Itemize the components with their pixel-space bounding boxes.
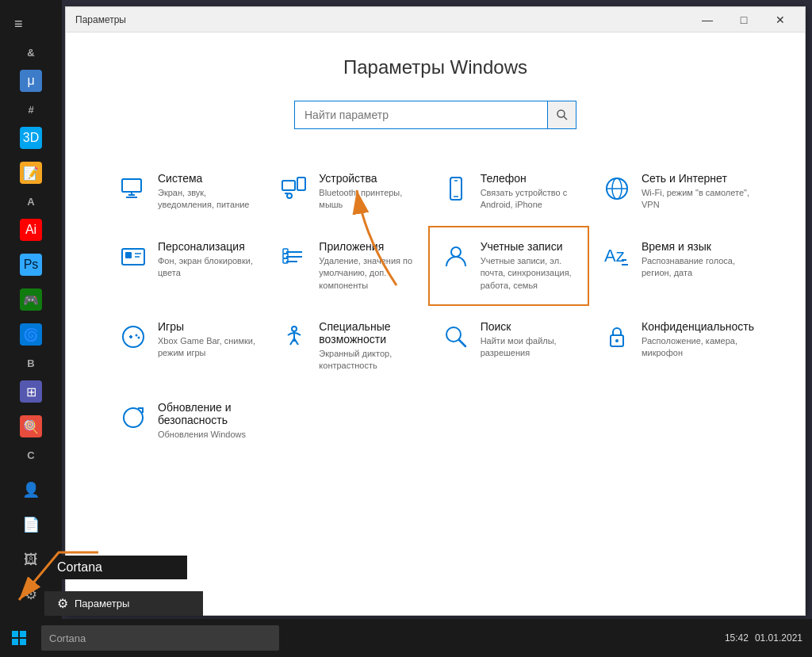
settings-item-network[interactable]: Сеть и Интернет Wi-Fi, режим "в самолете… — [589, 158, 765, 226]
search-settings-desc: Найти мои файлы, разрешения — [481, 335, 578, 360]
apps-desc: Удаление, значения по умолчанию, доп. ко… — [319, 255, 416, 292]
svg-line-1 — [564, 117, 567, 120]
search-settings-icon — [439, 320, 473, 353]
svg-rect-45 — [20, 631, 26, 637]
settings-title: Параметры Windows — [105, 56, 765, 78]
devices-desc: Bluetooth, принтеры, мышь — [319, 187, 416, 212]
svg-rect-46 — [12, 639, 18, 645]
update-icon — [117, 401, 150, 434]
network-text: Сеть и Интернет Wi-Fi, режим "в самолете… — [642, 172, 754, 212]
apps-title: Приложения — [319, 240, 416, 253]
privacy-title: Конфиденциальность — [642, 320, 754, 333]
sidebar-label-b: B — [0, 352, 62, 374]
sidebar-app-3d[interactable]: 3D — [0, 120, 62, 155]
network-title: Сеть и Интернет — [642, 172, 754, 185]
settings-item-privacy[interactable]: Конфиденциальность Расположение, камера,… — [589, 306, 765, 387]
settings-item-gaming[interactable]: Игры Xbox Game Bar, снимки, режим игры — [105, 306, 266, 387]
accounts-title: Учетные записи — [481, 240, 578, 253]
svg-line-40 — [459, 340, 465, 346]
accounts-desc: Учетные записи, эл. почта, синхронизация… — [481, 255, 578, 292]
search-icon — [556, 109, 569, 121]
maximize-button[interactable]: □ — [726, 7, 762, 32]
svg-point-34 — [138, 336, 140, 338]
sidebar-file-button[interactable]: 📄 — [0, 507, 62, 542]
sidebar-app-note[interactable]: 📝 — [0, 155, 62, 190]
svg-point-0 — [557, 110, 565, 117]
svg-rect-47 — [20, 639, 26, 645]
accounts-text: Учетные записи Учетные записи, эл. почта… — [481, 240, 578, 292]
window-title: Параметры — [72, 14, 689, 25]
sidebar-app-candy[interactable]: 🍭 — [0, 409, 62, 444]
accessibility-icon — [278, 320, 311, 353]
settings-content: Параметры Windows — [66, 32, 805, 615]
sidebar-app-ps[interactable]: Ps — [0, 247, 62, 282]
settings-item-accounts[interactable]: Учетные записи Учетные записи, эл. почта… — [428, 226, 589, 306]
taskbar-right: 15:42 01.01.2021 — [725, 632, 812, 644]
window-controls: — □ ✕ — [689, 7, 799, 32]
gaming-text: Игры Xbox Game Bar, снимки, режим игры — [158, 320, 255, 360]
settings-item-apps[interactable]: Приложения Удаление, значения по умолчан… — [266, 226, 427, 306]
phone-text: Телефон Связать устройство с Android, iP… — [481, 172, 578, 212]
svg-rect-7 — [297, 178, 305, 190]
svg-point-9 — [287, 193, 292, 198]
gaming-title: Игры — [158, 320, 255, 333]
taskbar-search[interactable]: Cortana — [41, 625, 279, 651]
settings-item-personalization[interactable]: Персонализация Фон, экран блокировки, цв… — [105, 226, 266, 306]
close-button[interactable]: ✕ — [762, 7, 799, 32]
settings-item-accessibility[interactable]: Специальные возможности Экранный диктор,… — [266, 306, 427, 387]
start-button[interactable] — [0, 619, 38, 657]
sidebar-app-game1[interactable]: 🎮 — [0, 282, 62, 317]
sidebar-menu-button[interactable]: ≡ — [0, 6, 62, 41]
gaming-desc: Xbox Game Bar, снимки, режим игры — [158, 335, 255, 360]
3d-icon: 3D — [20, 127, 42, 149]
sidebar-app-adobe[interactable]: Ai — [0, 212, 62, 247]
time-text: Время и язык Распознавание голоса, регио… — [642, 240, 754, 280]
network-icon — [600, 172, 634, 205]
cortana-label: Cortana — [57, 560, 102, 575]
sidebar-app-blue[interactable]: 🌀 — [0, 317, 62, 352]
settings-item-search[interactable]: Поиск Найти мои файлы, разрешения — [428, 306, 589, 387]
system-title: Система — [158, 172, 255, 185]
settings-item-devices[interactable]: Устройства Bluetooth, принтеры, мышь — [266, 158, 427, 226]
candy-icon: 🍭 — [20, 415, 42, 437]
apps-text: Приложения Удаление, значения по умолчан… — [319, 240, 416, 292]
privacy-icon — [600, 320, 634, 353]
settings-item-phone[interactable]: Телефон Связать устройство с Android, iP… — [428, 158, 589, 226]
utorrent-icon: μ — [20, 70, 42, 92]
settings-popup-label: Параметры — [75, 598, 129, 609]
grid-icon: ⊞ — [20, 380, 42, 403]
settings-item-system[interactable]: Система Экран, звук, уведомления, питани… — [105, 158, 266, 226]
accessibility-text: Специальные возможности Экранный диктор,… — [319, 320, 416, 372]
settings-item-time[interactable]: Az Время и язык Распознавание голоса, ре… — [589, 226, 765, 306]
sidebar-label-amp: & — [0, 41, 62, 63]
devices-icon — [278, 172, 311, 205]
time-desc: Распознавание голоса, регион, дата — [642, 255, 754, 280]
taskbar-date: 01.01.2021 — [755, 632, 802, 644]
svg-rect-44 — [12, 631, 18, 637]
update-title: Обновление и безопасность — [158, 401, 255, 426]
cortana-popup[interactable]: Cortana — [44, 556, 187, 579]
settings-window: Параметры — □ ✕ Параметры Windows — [65, 6, 806, 616]
note-icon: 📝 — [20, 162, 42, 184]
svg-point-26 — [451, 247, 461, 257]
adobe-icon: Ai — [20, 219, 42, 241]
settings-popup-item[interactable]: ⚙ Параметры — [44, 591, 203, 616]
devices-title: Устройства — [319, 172, 416, 185]
personalization-title: Персонализация — [158, 240, 255, 253]
system-text: Система Экран, звук, уведомления, питани… — [158, 172, 255, 212]
sidebar-app-utorrent[interactable]: μ — [0, 63, 62, 98]
search-input[interactable] — [294, 101, 548, 129]
search-button[interactable] — [548, 101, 576, 129]
sidebar-app-grid[interactable]: ⊞ — [0, 374, 62, 409]
phone-title: Телефон — [481, 172, 578, 185]
update-text: Обновление и безопасность Обновления Win… — [158, 401, 255, 441]
minimize-button[interactable]: — — [689, 7, 726, 32]
title-bar: Параметры — □ ✕ — [66, 7, 805, 32]
svg-rect-17 — [125, 252, 132, 258]
settings-item-update[interactable]: Обновление и безопасность Обновления Win… — [105, 387, 266, 455]
personalization-icon — [117, 240, 150, 273]
phone-desc: Связать устройство с Android, iPhone — [481, 187, 578, 212]
sidebar-user-button[interactable]: 👤 — [0, 472, 62, 507]
settings-grid: Система Экран, звук, уведомления, питани… — [105, 158, 765, 455]
svg-point-35 — [292, 327, 297, 331]
